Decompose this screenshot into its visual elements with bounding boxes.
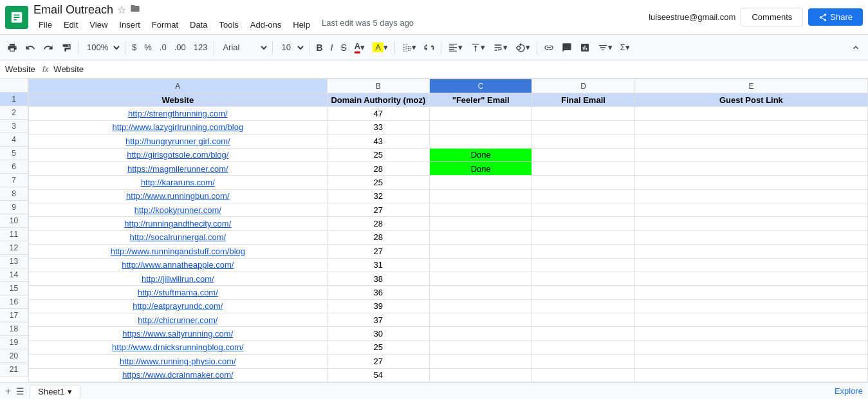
print-button[interactable] (4, 39, 21, 57)
cell-final-email[interactable] (532, 258, 634, 272)
row-num-3[interactable]: 3 (0, 120, 28, 133)
cell-domain-authority[interactable]: 25 (327, 340, 429, 354)
filter-button[interactable]: ▾ (595, 39, 616, 57)
cell-website[interactable]: https://magmilerunner.com/ (29, 162, 328, 175)
menu-addons[interactable]: Add-ons (245, 18, 286, 32)
cell-feeler-email[interactable] (430, 203, 532, 217)
menu-edit[interactable]: Edit (59, 18, 83, 32)
cell-guest-post-link[interactable] (634, 327, 867, 340)
menu-insert[interactable]: Insert (114, 18, 145, 32)
cell-final-email[interactable] (532, 176, 634, 189)
row-num-8[interactable]: 8 (0, 187, 28, 201)
rotate-button[interactable]: ▾ (512, 39, 533, 57)
cell-final-email[interactable] (532, 272, 634, 285)
cell-feeler-email[interactable] (430, 135, 532, 148)
cell-website[interactable]: http://www.runningbun.com/ (29, 189, 328, 203)
highlight-color-button[interactable]: A▾ (369, 39, 391, 57)
cell-domain-authority[interactable]: 25 (327, 176, 429, 189)
font-size-select[interactable]: 10 8 9 11 12 (276, 39, 306, 56)
cell-website[interactable]: http://eatprayrundc.com/ (29, 299, 328, 313)
decimal-less-button[interactable]: .0 (156, 39, 170, 57)
row-num-7[interactable]: 7 (0, 174, 28, 187)
cell-website[interactable]: https://www.saltyrunning.com/ (29, 327, 328, 340)
cell-final-email[interactable] (532, 313, 634, 327)
row-num-14[interactable]: 14 (0, 268, 28, 282)
font-select[interactable]: Arial (217, 39, 269, 56)
cell-guest-post-link[interactable] (634, 135, 867, 148)
cell-final-email[interactable] (532, 230, 634, 244)
row-num-18[interactable]: 18 (0, 322, 28, 336)
header-website[interactable]: Website (29, 93, 328, 107)
cell-final-email[interactable] (532, 189, 634, 203)
col-header-a[interactable]: A (29, 79, 328, 93)
cell-guest-post-link[interactable] (634, 313, 867, 327)
cell-website[interactable]: http://strengthrunning.com/ (29, 107, 328, 120)
cell-feeler-email[interactable] (430, 107, 532, 120)
currency-button[interactable]: $ (129, 39, 140, 57)
cell-final-email[interactable] (532, 340, 634, 354)
cell-feeler-email[interactable] (430, 217, 532, 230)
menu-format[interactable]: Format (147, 18, 183, 32)
cell-domain-authority[interactable]: 28 (327, 230, 429, 244)
redo-button[interactable] (40, 39, 57, 57)
cell-final-email[interactable] (532, 368, 634, 382)
cell-final-email[interactable] (532, 286, 634, 299)
row-num-1[interactable]: 1 (0, 93, 28, 106)
cell-domain-authority[interactable]: 25 (327, 148, 429, 162)
add-sheet-button[interactable]: + (5, 385, 11, 397)
cell-guest-post-link[interactable] (634, 355, 867, 368)
row-num-16[interactable]: 16 (0, 295, 28, 309)
cell-guest-post-link[interactable] (634, 203, 867, 217)
cell-domain-authority[interactable]: 27 (327, 245, 429, 258)
cell-final-email[interactable] (532, 148, 634, 162)
row-num-12[interactable]: 12 (0, 241, 28, 255)
cell-website[interactable]: http://socalrunnergal.com/ (29, 230, 328, 244)
col-header-b[interactable]: B (327, 79, 429, 93)
align-button[interactable]: ▾ (445, 39, 466, 57)
cell-domain-authority[interactable]: 32 (327, 189, 429, 203)
row-num-17[interactable]: 17 (0, 309, 28, 322)
header-feeler-email[interactable]: "Feeler" Email (430, 93, 532, 107)
row-num-20[interactable]: 20 (0, 349, 28, 363)
row-num-11[interactable]: 11 (0, 228, 28, 241)
strikethrough-button[interactable]: S (337, 39, 349, 57)
cell-final-email[interactable] (532, 327, 634, 340)
row-num-2[interactable]: 2 (0, 106, 28, 120)
sheet-tab-sheet1[interactable]: Sheet1 ▾ (30, 385, 80, 398)
cell-website[interactable]: http://chicrunner.com/ (29, 313, 328, 327)
cell-website[interactable]: http://kararuns.com/ (29, 176, 328, 189)
menu-view[interactable]: View (84, 18, 113, 32)
cell-feeler-email[interactable] (430, 286, 532, 299)
explore-button[interactable]: Explore (835, 386, 863, 396)
sheet-tab-arrow[interactable]: ▾ (68, 387, 72, 396)
cell-guest-post-link[interactable] (634, 107, 867, 120)
cell-guest-post-link[interactable] (634, 162, 867, 175)
cell-domain-authority[interactable]: 31 (327, 258, 429, 272)
cell-domain-authority[interactable]: 54 (327, 368, 429, 382)
undo-button[interactable] (22, 39, 39, 57)
cell-website[interactable]: http://hungryrunner girl.com/ (29, 135, 328, 148)
header-domain-authority[interactable]: Domain Authority (moz) (327, 93, 429, 107)
cell-final-email[interactable] (532, 355, 634, 368)
cell-feeler-email[interactable] (430, 313, 532, 327)
cell-website[interactable]: http://www.lazygirlrunning.com/blog (29, 120, 328, 134)
cell-domain-authority[interactable]: 33 (327, 120, 429, 134)
cell-website[interactable]: http://www.drnicksrunningblog.com/ (29, 340, 328, 354)
cell-website[interactable]: http://jillwillrun.com/ (29, 272, 328, 285)
folder-icon[interactable] (130, 3, 140, 16)
cell-feeler-email[interactable] (430, 230, 532, 244)
row-num-6[interactable]: 6 (0, 160, 28, 174)
row-num-21[interactable]: 21 (0, 363, 28, 376)
star-icon[interactable]: ☆ (117, 4, 126, 16)
cell-final-email[interactable] (532, 107, 634, 120)
cell-feeler-email[interactable] (430, 189, 532, 203)
cell-final-email[interactable] (532, 162, 634, 175)
cell-guest-post-link[interactable] (634, 148, 867, 162)
function-button[interactable]: Σ▾ (617, 39, 633, 57)
cell-guest-post-link[interactable] (634, 258, 867, 272)
cell-domain-authority[interactable]: 43 (327, 135, 429, 148)
col-header-e[interactable]: E (634, 79, 867, 93)
format-number-button[interactable]: 123 (190, 39, 211, 57)
cell-website[interactable]: http://runningandthecity.com/ (29, 217, 328, 230)
cell-guest-post-link[interactable] (634, 176, 867, 189)
